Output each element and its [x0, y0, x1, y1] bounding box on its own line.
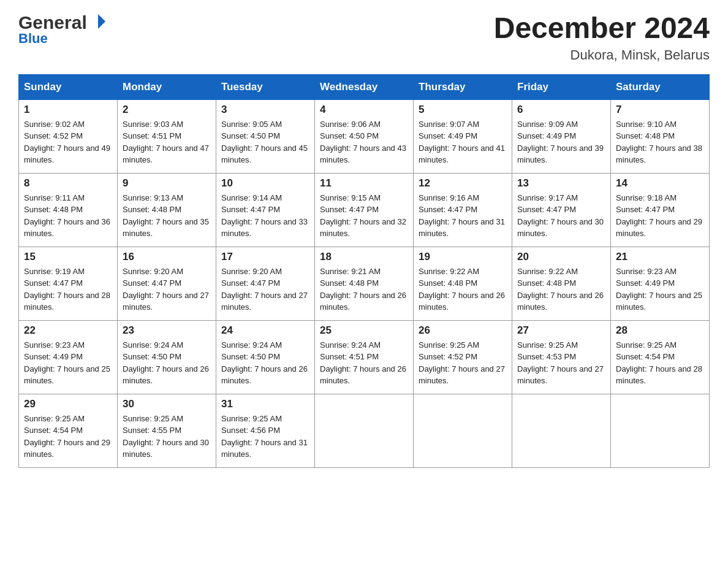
weekday-header-monday: Monday [118, 74, 216, 99]
day-info: Sunrise: 9:21 AMSunset: 4:48 PMDaylight:… [320, 266, 408, 313]
weekday-header-friday: Friday [512, 74, 611, 99]
calendar-day-cell: 9Sunrise: 9:13 AMSunset: 4:48 PMDaylight… [118, 173, 216, 247]
calendar-week-row: 8Sunrise: 9:11 AMSunset: 4:48 PMDaylight… [19, 173, 710, 247]
calendar-week-row: 22Sunrise: 9:23 AMSunset: 4:49 PMDayligh… [19, 320, 710, 394]
empty-cell [414, 394, 512, 467]
day-info: Sunrise: 9:25 AMSunset: 4:54 PMDaylight:… [24, 413, 112, 461]
calendar-day-cell: 4Sunrise: 9:06 AMSunset: 4:50 PMDaylight… [315, 99, 414, 173]
calendar-day-cell: 21Sunrise: 9:23 AMSunset: 4:49 PMDayligh… [611, 247, 710, 320]
day-info: Sunrise: 9:24 AMSunset: 4:51 PMDaylight:… [320, 339, 408, 387]
day-info: Sunrise: 9:20 AMSunset: 4:47 PMDaylight:… [123, 266, 211, 313]
day-number: 22 [24, 324, 112, 337]
page-header: General Blue December 2024 Dukora, Minsk… [18, 12, 710, 63]
calendar-day-cell: 10Sunrise: 9:14 AMSunset: 4:47 PMDayligh… [216, 173, 315, 247]
empty-cell [512, 394, 611, 467]
day-info: Sunrise: 9:05 AMSunset: 4:50 PMDaylight:… [221, 118, 309, 166]
calendar-day-cell: 12Sunrise: 9:16 AMSunset: 4:47 PMDayligh… [414, 173, 512, 247]
day-number: 7 [616, 104, 704, 116]
day-info: Sunrise: 9:15 AMSunset: 4:47 PMDaylight:… [320, 192, 408, 240]
day-info: Sunrise: 9:25 AMSunset: 4:55 PMDaylight:… [123, 413, 211, 461]
day-info: Sunrise: 9:25 AMSunset: 4:56 PMDaylight:… [221, 413, 309, 461]
day-number: 27 [517, 324, 605, 337]
day-number: 19 [419, 251, 507, 263]
day-info: Sunrise: 9:16 AMSunset: 4:47 PMDaylight:… [419, 192, 507, 240]
day-number: 2 [123, 104, 211, 116]
calendar-day-cell: 31Sunrise: 9:25 AMSunset: 4:56 PMDayligh… [216, 394, 315, 467]
day-info: Sunrise: 9:03 AMSunset: 4:51 PMDaylight:… [123, 118, 211, 166]
calendar-day-cell: 7Sunrise: 9:10 AMSunset: 4:48 PMDaylight… [611, 99, 710, 173]
day-info: Sunrise: 9:14 AMSunset: 4:47 PMDaylight:… [221, 192, 309, 240]
calendar-day-cell: 23Sunrise: 9:24 AMSunset: 4:50 PMDayligh… [118, 320, 216, 394]
calendar-day-cell: 30Sunrise: 9:25 AMSunset: 4:55 PMDayligh… [118, 394, 216, 467]
day-info: Sunrise: 9:24 AMSunset: 4:50 PMDaylight:… [221, 339, 309, 387]
day-number: 10 [221, 177, 309, 190]
calendar-day-cell: 29Sunrise: 9:25 AMSunset: 4:54 PMDayligh… [19, 394, 118, 467]
weekday-header-wednesday: Wednesday [315, 74, 414, 99]
calendar-day-cell: 25Sunrise: 9:24 AMSunset: 4:51 PMDayligh… [315, 320, 414, 394]
day-info: Sunrise: 9:23 AMSunset: 4:49 PMDaylight:… [616, 266, 704, 313]
day-number: 6 [517, 104, 605, 116]
day-number: 26 [419, 324, 507, 337]
calendar-day-cell: 27Sunrise: 9:25 AMSunset: 4:53 PMDayligh… [512, 320, 611, 394]
calendar-day-cell: 15Sunrise: 9:19 AMSunset: 4:47 PMDayligh… [19, 247, 118, 320]
title-block: December 2024 Dukora, Minsk, Belarus [494, 12, 710, 63]
day-number: 21 [616, 251, 704, 263]
day-info: Sunrise: 9:22 AMSunset: 4:48 PMDaylight:… [517, 266, 605, 313]
calendar-day-cell: 20Sunrise: 9:22 AMSunset: 4:48 PMDayligh… [512, 247, 611, 320]
calendar-day-cell: 19Sunrise: 9:22 AMSunset: 4:48 PMDayligh… [414, 247, 512, 320]
calendar-day-cell: 22Sunrise: 9:23 AMSunset: 4:49 PMDayligh… [19, 320, 118, 394]
weekday-header-row: SundayMondayTuesdayWednesdayThursdayFrid… [19, 74, 710, 99]
calendar-day-cell: 2Sunrise: 9:03 AMSunset: 4:51 PMDaylight… [118, 99, 216, 173]
day-info: Sunrise: 9:17 AMSunset: 4:47 PMDaylight:… [517, 192, 605, 240]
calendar-day-cell: 17Sunrise: 9:20 AMSunset: 4:47 PMDayligh… [216, 247, 315, 320]
calendar-day-cell: 3Sunrise: 9:05 AMSunset: 4:50 PMDaylight… [216, 99, 315, 173]
day-number: 20 [517, 251, 605, 263]
calendar-day-cell: 28Sunrise: 9:25 AMSunset: 4:54 PMDayligh… [611, 320, 710, 394]
weekday-header-saturday: Saturday [611, 74, 710, 99]
day-info: Sunrise: 9:20 AMSunset: 4:47 PMDaylight:… [221, 266, 309, 313]
calendar-day-cell: 5Sunrise: 9:07 AMSunset: 4:49 PMDaylight… [414, 99, 512, 173]
day-info: Sunrise: 9:02 AMSunset: 4:52 PMDaylight:… [24, 118, 112, 166]
day-info: Sunrise: 9:18 AMSunset: 4:47 PMDaylight:… [616, 192, 704, 240]
day-number: 13 [517, 177, 605, 190]
empty-cell [315, 394, 414, 467]
day-number: 1 [24, 104, 112, 116]
calendar-day-cell: 6Sunrise: 9:09 AMSunset: 4:49 PMDaylight… [512, 99, 611, 173]
calendar-day-cell: 16Sunrise: 9:20 AMSunset: 4:47 PMDayligh… [118, 247, 216, 320]
day-number: 25 [320, 324, 408, 337]
calendar-day-cell: 11Sunrise: 9:15 AMSunset: 4:47 PMDayligh… [315, 173, 414, 247]
day-info: Sunrise: 9:25 AMSunset: 4:54 PMDaylight:… [616, 339, 704, 387]
calendar-day-cell: 8Sunrise: 9:11 AMSunset: 4:48 PMDaylight… [19, 173, 118, 247]
day-number: 16 [123, 251, 211, 263]
calendar-week-row: 15Sunrise: 9:19 AMSunset: 4:47 PMDayligh… [19, 247, 710, 320]
weekday-header-thursday: Thursday [414, 74, 512, 99]
day-info: Sunrise: 9:06 AMSunset: 4:50 PMDaylight:… [320, 118, 408, 166]
day-number: 12 [419, 177, 507, 190]
day-number: 23 [123, 324, 211, 337]
day-number: 11 [320, 177, 408, 190]
day-number: 18 [320, 251, 408, 263]
day-info: Sunrise: 9:25 AMSunset: 4:52 PMDaylight:… [419, 339, 507, 387]
calendar-day-cell: 24Sunrise: 9:24 AMSunset: 4:50 PMDayligh… [216, 320, 315, 394]
calendar-day-cell: 18Sunrise: 9:21 AMSunset: 4:48 PMDayligh… [315, 247, 414, 320]
day-info: Sunrise: 9:11 AMSunset: 4:48 PMDaylight:… [24, 192, 112, 240]
day-number: 9 [123, 177, 211, 190]
day-info: Sunrise: 9:23 AMSunset: 4:49 PMDaylight:… [24, 339, 112, 387]
day-number: 4 [320, 104, 408, 116]
day-number: 15 [24, 251, 112, 263]
calendar-week-row: 29Sunrise: 9:25 AMSunset: 4:54 PMDayligh… [19, 394, 710, 467]
calendar-day-cell: 26Sunrise: 9:25 AMSunset: 4:52 PMDayligh… [414, 320, 512, 394]
day-number: 29 [24, 398, 112, 410]
logo-general-text: General [18, 12, 87, 33]
day-number: 14 [616, 177, 704, 190]
day-info: Sunrise: 9:10 AMSunset: 4:48 PMDaylight:… [616, 118, 704, 166]
day-number: 28 [616, 324, 704, 337]
day-number: 17 [221, 251, 309, 263]
day-info: Sunrise: 9:13 AMSunset: 4:48 PMDaylight:… [123, 192, 211, 240]
location-text: Dukora, Minsk, Belarus [494, 47, 710, 63]
day-number: 24 [221, 324, 309, 337]
logo-blue-text: Blue [18, 31, 48, 47]
month-title: December 2024 [494, 12, 710, 45]
day-number: 8 [24, 177, 112, 190]
day-number: 30 [123, 398, 211, 410]
